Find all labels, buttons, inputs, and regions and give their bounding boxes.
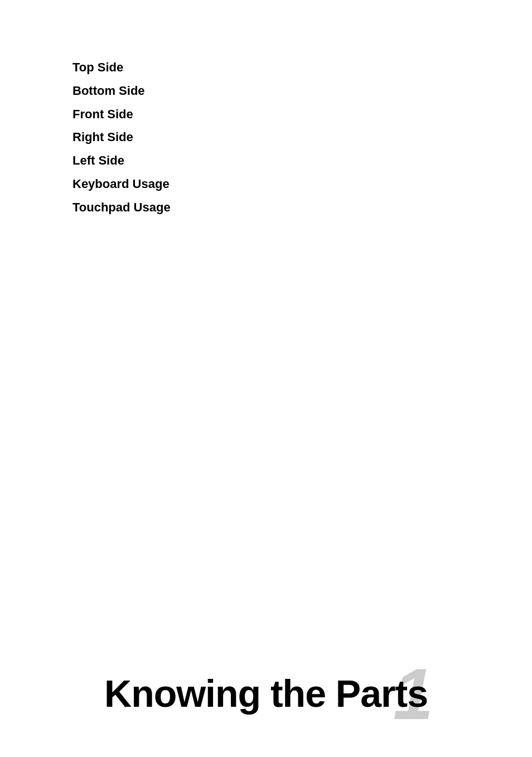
toc-item-bottom-side[interactable]: Bottom Side <box>72 79 460 103</box>
chapter-title-wrapper: 1 Knowing the Parts <box>104 674 428 712</box>
toc-item-keyboard-usage[interactable]: Keyboard Usage <box>72 172 460 196</box>
chapter-section: 1 Knowing the Parts <box>0 674 532 712</box>
toc-item-left-side[interactable]: Left Side <box>72 149 460 172</box>
toc-item-top-side[interactable]: Top Side <box>72 56 460 79</box>
toc-item-right-side[interactable]: Right Side <box>72 126 460 149</box>
page: Top SideBottom SideFront SideRight SideL… <box>0 0 532 757</box>
chapter-title: Knowing the Parts <box>104 672 428 715</box>
toc-list: Top SideBottom SideFront SideRight SideL… <box>72 56 460 219</box>
toc-item-front-side[interactable]: Front Side <box>72 103 460 126</box>
toc-item-touchpad-usage[interactable]: Touchpad Usage <box>72 196 460 219</box>
